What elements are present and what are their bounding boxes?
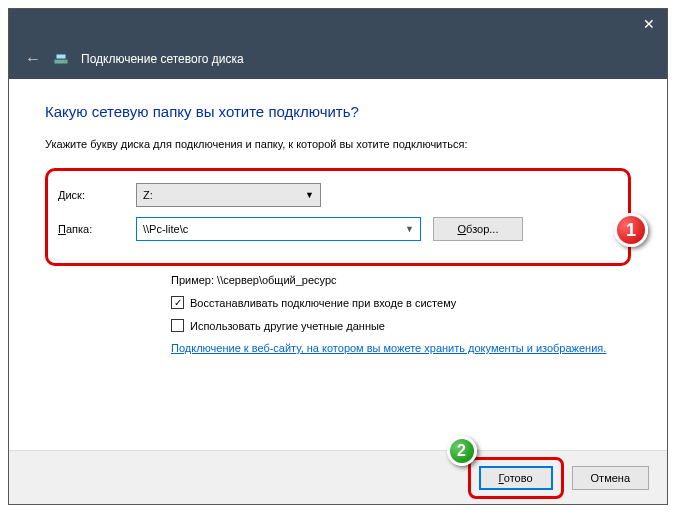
titlebar: ✕ xyxy=(9,9,667,39)
reconnect-checkbox-row[interactable]: ✓ Восстанавливать подключение при входе … xyxy=(171,296,631,309)
form-highlight-box: Диск: Z: ▼ Папка: \\Pc-lite\c ▼ Обзор...… xyxy=(45,168,631,266)
header: ← Подключение сетевого диска xyxy=(9,39,667,79)
folder-label: Папка: xyxy=(58,223,136,235)
back-arrow-icon[interactable]: ← xyxy=(25,50,41,68)
svg-point-2 xyxy=(64,61,66,63)
other-creds-label: Использовать другие учетные данные xyxy=(190,320,385,332)
content-area: Какую сетевую папку вы хотите подключить… xyxy=(9,79,667,378)
folder-input[interactable]: \\Pc-lite\c ▼ xyxy=(136,217,421,241)
drive-row: Диск: Z: ▼ xyxy=(58,183,618,207)
browse-button[interactable]: Обзор... xyxy=(433,217,523,241)
cancel-button[interactable]: Отмена xyxy=(572,466,649,490)
other-creds-checkbox-row[interactable]: Использовать другие учетные данные xyxy=(171,319,631,332)
chevron-down-icon: ▼ xyxy=(405,224,414,234)
website-storage-link[interactable]: Подключение к веб-сайту, на котором вы м… xyxy=(171,342,631,354)
example-text: Пример: \\сервер\общий_ресурс xyxy=(171,274,631,286)
close-icon[interactable]: ✕ xyxy=(643,16,655,32)
done-highlight-box: 2 Готово xyxy=(468,457,564,499)
dialog-window: ✕ ← Подключение сетевого диска Какую сет… xyxy=(8,8,668,505)
annotation-marker-2: 2 xyxy=(447,436,477,466)
checkbox-unchecked-icon[interactable] xyxy=(171,319,184,332)
chevron-down-icon: ▼ xyxy=(305,190,314,200)
instruction-text: Укажите букву диска для подключения и па… xyxy=(45,138,631,150)
folder-value: \\Pc-lite\c xyxy=(143,223,188,235)
svg-rect-1 xyxy=(56,54,66,59)
annotation-marker-1: 1 xyxy=(614,213,648,247)
network-drive-icon xyxy=(53,51,69,67)
window-title: Подключение сетевого диска xyxy=(81,52,244,66)
drive-label: Диск: xyxy=(58,189,136,201)
drive-select[interactable]: Z: ▼ xyxy=(136,183,321,207)
page-heading: Какую сетевую папку вы хотите подключить… xyxy=(45,103,631,120)
reconnect-label: Восстанавливать подключение при входе в … xyxy=(190,297,456,309)
checkbox-checked-icon[interactable]: ✓ xyxy=(171,296,184,309)
drive-value: Z: xyxy=(143,189,153,201)
done-button[interactable]: Готово xyxy=(479,466,553,490)
folder-row: Папка: \\Pc-lite\c ▼ Обзор... xyxy=(58,217,618,241)
footer: 2 Готово Отмена xyxy=(9,450,667,504)
